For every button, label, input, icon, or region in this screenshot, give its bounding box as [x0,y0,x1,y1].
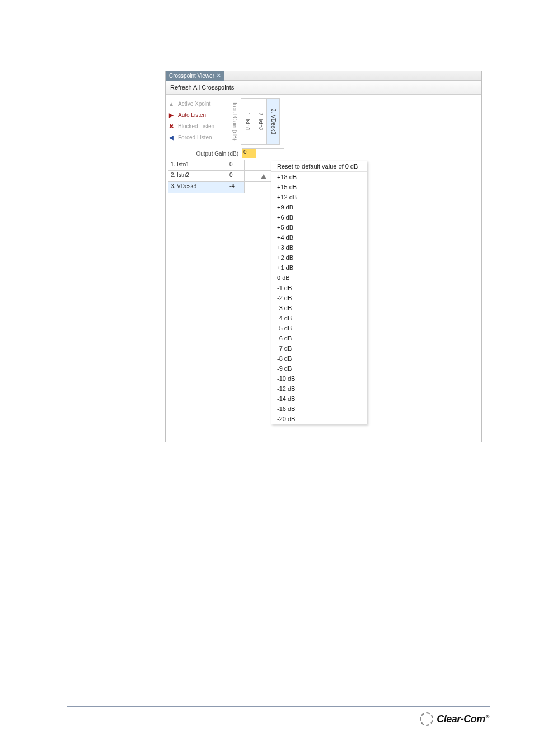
input-gain-col2[interactable] [256,149,270,158]
col-3-label[interactable]: 3. VDesk3 [270,109,277,134]
xpoint-cell[interactable] [245,182,257,193]
input-gain-label: Input Gain (dB) [232,102,238,141]
input-gain-col3[interactable] [270,149,284,158]
menu-item[interactable]: -8 dB [271,353,367,363]
legend-forced: Forced Listen [178,134,212,141]
menu-item[interactable]: 0 dB [271,273,367,283]
menu-item[interactable]: -3 dB [271,303,367,313]
xpoint-cell[interactable] [257,171,270,182]
legend: ▲Active Xpoint ▶Auto Listen ✖Blocked Lis… [168,98,227,143]
row-3-gain[interactable]: -4 [228,182,245,193]
input-gain-col1[interactable]: 0 [242,149,256,158]
logo-icon [420,712,433,726]
menu-item[interactable]: -7 dB [271,343,367,353]
table-row: 1. Istn1 0 [168,160,283,171]
menu-item[interactable]: +15 dB [271,182,367,192]
menu-item[interactable]: -14 dB [271,394,367,404]
tabbar-empty [224,71,481,81]
forced-listen-icon: ◀ [168,134,175,141]
refresh-all-button[interactable]: Refresh All Crosspoints [170,84,234,91]
xpoint-cell[interactable] [245,160,257,171]
tab-bar: Crosspoint Viewer ✕ [166,71,481,81]
row-1-label[interactable]: 1. Istn1 [168,160,228,171]
gain-context-menu: Reset to default value of 0 dB +18 dB +1… [271,161,367,424]
row-2-gain[interactable]: 0 [228,171,245,182]
registered-icon: ® [486,714,489,720]
auto-listen-icon: ▶ [168,112,175,118]
xpoint-cell[interactable] [245,171,257,182]
menu-item[interactable]: -20 dB [271,414,367,424]
menu-item[interactable]: +1 dB [271,263,367,273]
row-3-label[interactable]: 3. VDesk3 [168,182,228,193]
menu-item[interactable]: +4 dB [271,232,367,242]
col-1-label[interactable]: 1. Istn1 [245,113,251,131]
brand-name: Clear-Com [437,713,485,725]
crosspoint-viewer-window: Crosspoint Viewer ✕ Refresh All Crosspoi… [165,71,482,442]
blocked-listen-icon: ✖ [168,123,175,129]
footer-rule [67,706,490,707]
active-xpoint-icon: ▲ [168,101,175,107]
menu-item[interactable]: -12 dB [271,384,367,394]
legend-auto: Auto Listen [178,112,206,118]
row-2-label[interactable]: 2. Istn2 [168,171,228,182]
brand-logo: Clear-Com® [420,712,489,726]
menu-item[interactable]: +18 dB [271,172,367,182]
menu-item[interactable]: +3 dB [271,242,367,253]
legend-active: Active Xpoint [178,101,210,107]
menu-item[interactable]: +12 dB [271,192,367,202]
page-number-divider [104,714,104,727]
menu-item[interactable]: +2 dB [271,253,367,263]
table-row: 2. Istn2 0 [168,171,283,182]
row-1-gain[interactable]: 0 [228,160,245,171]
tab-title: Crosspoint Viewer [169,73,214,79]
menu-item[interactable]: -5 dB [271,323,367,333]
menu-item[interactable]: -16 dB [271,404,367,414]
menu-item[interactable]: -10 dB [271,374,367,384]
close-tab-icon[interactable]: ✕ [217,73,221,78]
menu-item[interactable]: +6 dB [271,212,367,222]
menu-reset[interactable]: Reset to default value of 0 dB [271,161,367,172]
menu-item[interactable]: -2 dB [271,293,367,303]
legend-blocked: Blocked Listen [178,123,214,129]
xpoint-cell[interactable] [257,160,270,171]
table-row: 3. VDesk3 -4 [168,182,283,193]
col-2-label[interactable]: 2. Istn2 [257,113,264,131]
menu-item[interactable]: -6 dB [271,333,367,343]
menu-item[interactable]: -9 dB [271,363,367,374]
output-gain-label: Output Gain (dB) [168,151,242,157]
menu-item[interactable]: +5 dB [271,222,367,232]
xpoint-cell[interactable] [257,182,270,193]
active-xpoint-icon [261,174,266,179]
tab-crosspoint-viewer[interactable]: Crosspoint Viewer ✕ [166,71,224,81]
menu-item[interactable]: -4 dB [271,313,367,323]
menu-item[interactable]: -1 dB [271,283,367,293]
menu-item[interactable]: +9 dB [271,202,367,212]
toolbar: Refresh All Crosspoints [166,81,481,95]
